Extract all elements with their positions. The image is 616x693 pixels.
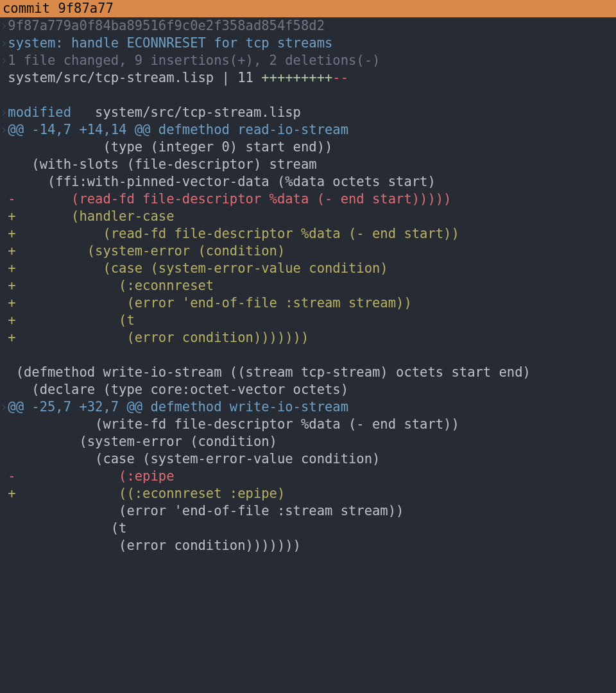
commit-header-bar: commit 9f87a77 [0,0,616,17]
diff-text: - (read-fd file-descriptor %data (- end … [8,191,451,207]
diff-text: (system-error (condition) [8,434,277,449]
fold-marker [0,502,8,520]
diff-line: (t [0,520,616,537]
diff-text: (write-fd file-descriptor %data (- end s… [8,416,459,432]
fold-marker: › [0,35,8,52]
fold-marker: › [0,17,8,35]
fold-marker [0,346,8,364]
fold-marker [0,191,8,208]
fold-marker: › [0,121,8,139]
diff-text: + ((:econnreset :epipe) [8,486,285,501]
diff-line: + (error condition))))))) [0,329,616,346]
diff-text: + (error 'end-of-file :stream stream)) [8,295,411,311]
diff-line: (error condition))))))) [0,537,616,554]
diff-text: system: handle ECONNRESET for tcp stream… [8,35,332,51]
fold-marker: › [0,104,8,121]
diff-text: @@ -14,7 +14,14 @@ defmethod read-io-str… [8,122,348,137]
diff-text: +++++++++ [261,70,332,85]
fold-marker [0,277,8,295]
diff-line: (error 'end-of-file :stream stream)) [0,502,616,520]
diff-line: ›@@ -25,7 +32,7 @@ defmethod write-io-st… [0,398,616,416]
diff-line: (defmethod write-io-stream ((stream tcp-… [0,364,616,381]
fold-marker [0,69,8,87]
diff-line: - (:epipe [0,468,616,485]
diff-line [0,346,616,364]
fold-marker [0,260,8,277]
diff-line: + (handler-case [0,208,616,225]
diff-line: + (system-error (condition) [0,243,616,260]
fold-marker: › [0,398,8,416]
diff-text: + (handler-case [8,209,174,224]
diff-text: (t [8,520,126,536]
fold-marker [0,537,8,554]
fold-marker [0,295,8,312]
diff-text: system/src/tcp-stream.lisp | 11 [8,70,261,85]
diff-body[interactable]: ›9f87a779a0f84ba89516f9c0e2f358ad854f58d… [0,17,616,554]
diff-text: (with-slots (file-descriptor) stream [8,157,316,172]
diff-text: 9f87a779a0f84ba89516f9c0e2f358ad854f58d2 [8,18,325,33]
fold-marker [0,433,8,450]
fold-marker [0,87,8,104]
diff-line: (type (integer 0) start end)) [0,139,616,156]
diff-text: @@ -25,7 +32,7 @@ defmethod write-io-str… [8,399,348,415]
fold-marker [0,243,8,260]
diff-line: ›9f87a779a0f84ba89516f9c0e2f358ad854f58d… [0,17,616,35]
fold-marker [0,520,8,537]
diff-line: + (read-fd file-descriptor %data (- end … [0,225,616,243]
diff-line: ›system: handle ECONNRESET for tcp strea… [0,35,616,52]
fold-marker [0,208,8,225]
fold-marker [0,450,8,468]
diff-text: -- [332,70,348,85]
diff-line: (case (system-error-value condition) [0,450,616,468]
fold-marker [0,485,8,502]
diff-line: (declare (type core:octet-vector octets) [0,381,616,398]
diff-text: (ffi:with-pinned-vector-data (%data octe… [8,174,435,189]
diff-text: (error 'end-of-file :stream stream)) [8,503,404,518]
diff-line: - (read-fd file-descriptor %data (- end … [0,191,616,208]
diff-line: (with-slots (file-descriptor) stream [0,156,616,173]
diff-text: + (case (system-error-value condition) [8,261,388,276]
diff-text: + (error condition))))))) [8,330,309,345]
diff-line [0,87,616,104]
diff-text: + (system-error (condition) [8,243,285,259]
diff-line: + (:econnreset [0,277,616,295]
diff-line: + (error 'end-of-file :stream stream)) [0,295,616,312]
diff-line: (system-error (condition) [0,433,616,450]
diff-text: + (t [8,312,134,328]
diff-text: (case (system-error-value condition) [8,451,380,466]
diff-line: system/src/tcp-stream.lisp | 11 ++++++++… [0,69,616,87]
diff-line: ›modified system/src/tcp-stream.lisp [0,104,616,121]
diff-text: (type (integer 0) start end)) [8,139,332,155]
diff-text: + (read-fd file-descriptor %data (- end … [8,226,459,241]
fold-marker [0,139,8,156]
fold-marker [0,381,8,398]
diff-text: - (:epipe [8,468,174,484]
diff-text: (declare (type core:octet-vector octets) [8,382,348,397]
diff-line: (ffi:with-pinned-vector-data (%data octe… [0,173,616,191]
diff-text: (error condition))))))) [8,538,301,553]
fold-marker [0,156,8,173]
diff-line: (write-fd file-descriptor %data (- end s… [0,416,616,433]
fold-marker [0,173,8,191]
diff-line: + (t [0,312,616,329]
diff-text: system/src/tcp-stream.lisp [71,105,301,120]
fold-marker: › [0,52,8,69]
diff-line: ›1 file changed, 9 insertions(+), 2 dele… [0,52,616,69]
fold-marker [0,468,8,485]
diff-line: + (case (system-error-value condition) [0,260,616,277]
fold-marker [0,225,8,243]
fold-marker [0,416,8,433]
diff-text: + (:econnreset [8,278,214,293]
fold-marker [0,312,8,329]
fold-marker [0,329,8,346]
fold-marker [0,364,8,381]
diff-text: 1 file changed, 9 insertions(+), 2 delet… [8,53,380,68]
diff-text: modified [8,105,71,120]
diff-line: + ((:econnreset :epipe) [0,485,616,502]
diff-text: (defmethod write-io-stream ((stream tcp-… [8,364,531,380]
diff-line: ›@@ -14,7 +14,14 @@ defmethod read-io-st… [0,121,616,139]
